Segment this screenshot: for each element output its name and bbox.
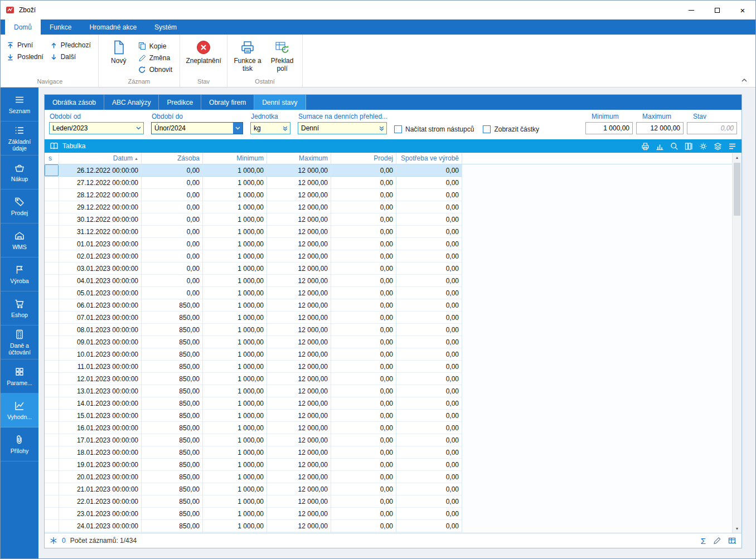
table-row[interactable]: 28.12.2022 00:00:000,001 000,0012 000,00…	[45, 189, 732, 201]
sidebar-item-wms[interactable]: WMS	[1, 223, 38, 257]
edit-record-button[interactable]: Změna	[136, 53, 177, 63]
table-row[interactable]: 20.01.2023 00:00:00850,001 000,0012 000,…	[45, 471, 732, 483]
row-select-cell[interactable]	[45, 299, 59, 312]
edit-pencil-icon[interactable]	[713, 537, 721, 545]
table-layout-icon[interactable]	[728, 537, 736, 545]
tab-predikce[interactable]: Predikce	[159, 95, 201, 110]
column-header-zasoba[interactable]: Zásoba	[142, 153, 203, 164]
sidebar-item-eshop[interactable]: Eshop	[1, 291, 38, 325]
collapse-ribbon-button[interactable]	[741, 78, 748, 82]
copy-record-button[interactable]: Kopie	[136, 41, 177, 51]
settings-gear-icon[interactable]	[699, 142, 707, 150]
first-record-button[interactable]: První	[4, 40, 48, 50]
row-select-cell[interactable]	[45, 324, 59, 336]
sidebar-item-parametry[interactable]: Parame...	[1, 359, 38, 393]
field-translation-button[interactable]: Překlad polí	[265, 36, 299, 77]
table-row[interactable]: 03.01.2023 00:00:000,001 000,0012 000,00…	[45, 263, 732, 275]
table-row[interactable]: 18.01.2023 00:00:00850,001 000,0012 000,…	[45, 446, 732, 459]
row-select-cell[interactable]	[45, 164, 59, 177]
sidebar-item-seznam[interactable]: Seznam	[1, 88, 38, 121]
row-select-cell[interactable]	[45, 495, 59, 508]
tab-denni-stavy[interactable]: Denní stavy	[254, 95, 306, 110]
sidebar-item-zakladni-udaje[interactable]: Základní údaje	[1, 121, 38, 155]
table-row[interactable]: 11.01.2023 00:00:00850,001 000,0012 000,…	[45, 361, 732, 373]
next-record-button[interactable]: Další	[48, 52, 95, 62]
row-select-cell[interactable]	[45, 520, 59, 532]
row-select-cell[interactable]	[45, 213, 59, 226]
row-select-cell[interactable]	[45, 226, 59, 238]
table-row[interactable]: 05.01.2023 00:00:000,001 000,0012 000,00…	[45, 287, 732, 299]
functions-print-button[interactable]: Funkce a tisk	[230, 36, 265, 77]
table-row[interactable]: 15.01.2023 00:00:00850,001 000,0012 000,…	[45, 410, 732, 422]
close-button[interactable]: ×	[730, 1, 755, 20]
row-select-cell[interactable]	[45, 189, 59, 201]
previous-record-button[interactable]: Předchozí	[48, 40, 95, 50]
load-successor-tree-option[interactable]: Načítat strom nástupců	[394, 123, 474, 135]
row-select-cell[interactable]	[45, 459, 59, 471]
table-row[interactable]: 12.01.2023 00:00:00850,001 000,0012 000,…	[45, 373, 732, 385]
refresh-button[interactable]: Obnovit	[136, 65, 177, 75]
sidebar-item-nakup[interactable]: Nákup	[1, 155, 38, 189]
column-header-s[interactable]: s	[45, 153, 59, 164]
row-select-cell[interactable]	[45, 361, 59, 373]
menu-tab-funkce[interactable]: Funkce	[41, 20, 80, 35]
table-row[interactable]: 08.01.2023 00:00:00850,001 000,0012 000,…	[45, 324, 732, 336]
filter-snowflake-icon[interactable]	[50, 537, 57, 545]
table-row[interactable]: 21.01.2023 00:00:00850,001 000,0012 000,…	[45, 483, 732, 495]
show-amounts-option[interactable]: Zobrazit částky	[483, 123, 539, 135]
chevron-down-icon[interactable]	[233, 123, 243, 134]
row-select-cell[interactable]	[45, 483, 59, 495]
invalidate-button[interactable]: Zneplatnění	[183, 36, 224, 77]
sidebar-item-vyroba[interactable]: Výroba	[1, 257, 38, 291]
unit-select[interactable]: kg	[250, 122, 290, 134]
scroll-up-arrow[interactable]: ▲	[733, 153, 742, 162]
row-select-cell[interactable]	[45, 434, 59, 446]
column-header-prodej[interactable]: Prodej	[331, 153, 396, 164]
column-header-maximum[interactable]: Maximum	[267, 153, 331, 164]
menu-tab-domu[interactable]: Domů	[5, 20, 41, 35]
table-row[interactable]: 01.01.2023 00:00:000,001 000,0012 000,00…	[45, 238, 732, 250]
row-select-cell[interactable]	[45, 238, 59, 250]
table-row[interactable]: 04.01.2023 00:00:000,001 000,0012 000,00…	[45, 275, 732, 287]
last-record-button[interactable]: Poslední	[4, 52, 48, 62]
scroll-track[interactable]	[733, 162, 742, 524]
double-chevron-down-icon[interactable]	[280, 123, 290, 134]
row-select-cell[interactable]	[45, 446, 59, 459]
row-select-cell[interactable]	[45, 177, 59, 189]
row-select-cell[interactable]	[45, 275, 59, 287]
menu-tab-hromadne-akce[interactable]: Hromadné akce	[80, 20, 146, 35]
double-chevron-down-icon[interactable]	[377, 123, 386, 134]
row-select-cell[interactable]	[45, 397, 59, 410]
table-row[interactable]: 10.01.2023 00:00:00850,001 000,0012 000,…	[45, 348, 732, 361]
layers-icon[interactable]	[714, 142, 722, 150]
show-amounts-checkbox[interactable]	[483, 125, 491, 133]
table-row[interactable]: 26.12.2022 00:00:000,001 000,0012 000,00…	[45, 164, 732, 177]
row-select-cell[interactable]	[45, 287, 59, 299]
table-row[interactable]: 02.01.2023 00:00:000,001 000,0012 000,00…	[45, 250, 732, 263]
column-header-spotreba[interactable]: Spotřeba ve výrobě	[396, 153, 462, 164]
columns-icon[interactable]	[685, 142, 693, 150]
column-header-datum[interactable]: Datum▲	[59, 153, 142, 164]
table-row[interactable]: 06.01.2023 00:00:00850,001 000,0012 000,…	[45, 299, 732, 312]
stav-input[interactable]: 0,00	[687, 122, 737, 134]
table-row[interactable]: 19.01.2023 00:00:00850,001 000,0012 000,…	[45, 459, 732, 471]
print-icon[interactable]	[641, 142, 650, 150]
sidebar-item-prodej[interactable]: Prodej	[1, 189, 38, 223]
table-row[interactable]: 23.01.2023 00:00:00850,001 000,0012 000,…	[45, 508, 732, 520]
load-successor-tree-checkbox[interactable]	[394, 125, 402, 133]
table-row[interactable]: 30.12.2022 00:00:000,001 000,0012 000,00…	[45, 213, 732, 226]
table-row[interactable]: 27.12.2022 00:00:000,001 000,0012 000,00…	[45, 177, 732, 189]
row-select-cell[interactable]	[45, 385, 59, 397]
row-select-cell[interactable]	[45, 201, 59, 213]
summation-select[interactable]: Denní	[298, 122, 387, 134]
scroll-thumb[interactable]	[734, 163, 740, 216]
table-row[interactable]: 17.01.2023 00:00:00850,001 000,0012 000,…	[45, 434, 732, 446]
table-row[interactable]: 16.01.2023 00:00:00850,001 000,0012 000,…	[45, 422, 732, 434]
maximize-button[interactable]	[704, 1, 730, 20]
table-row[interactable]: 14.01.2023 00:00:00850,001 000,0012 000,…	[45, 397, 732, 410]
maximum-input[interactable]: 12 000,00	[636, 122, 684, 134]
row-select-cell[interactable]	[45, 422, 59, 434]
chart-icon[interactable]	[656, 142, 664, 150]
scroll-down-arrow[interactable]: ▼	[733, 524, 742, 533]
tab-obraty-firem[interactable]: Obraty firem	[201, 95, 254, 110]
